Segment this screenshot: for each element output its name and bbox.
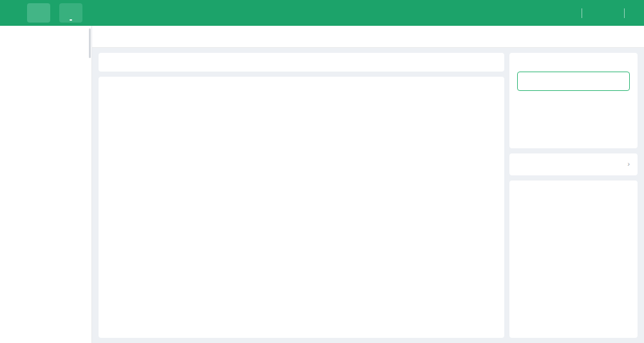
customer-service-card (509, 53, 638, 148)
header-nav-tabs (27, 0, 82, 26)
sidebar-scrollbar[interactable] (89, 28, 91, 58)
basic-stats-card (99, 53, 504, 72)
quick-menu-card (509, 181, 638, 338)
header-divider (582, 8, 582, 18)
system-notice-card: › (509, 153, 638, 175)
contact-service-button[interactable] (517, 72, 630, 91)
sidebar (0, 26, 92, 343)
header-divider (624, 8, 625, 18)
header-tab-frontdesk[interactable] (27, 3, 50, 23)
main-area: › (92, 26, 644, 343)
weekly-chart (106, 89, 497, 186)
app-header (0, 0, 644, 26)
notice-more-link[interactable]: › (627, 160, 630, 168)
content-tabbar (92, 26, 644, 48)
dashboard-content: › (92, 48, 644, 343)
weekly-chart-card (99, 77, 504, 338)
header-actions (570, 8, 636, 18)
header-tab-backoffice[interactable] (59, 3, 82, 23)
